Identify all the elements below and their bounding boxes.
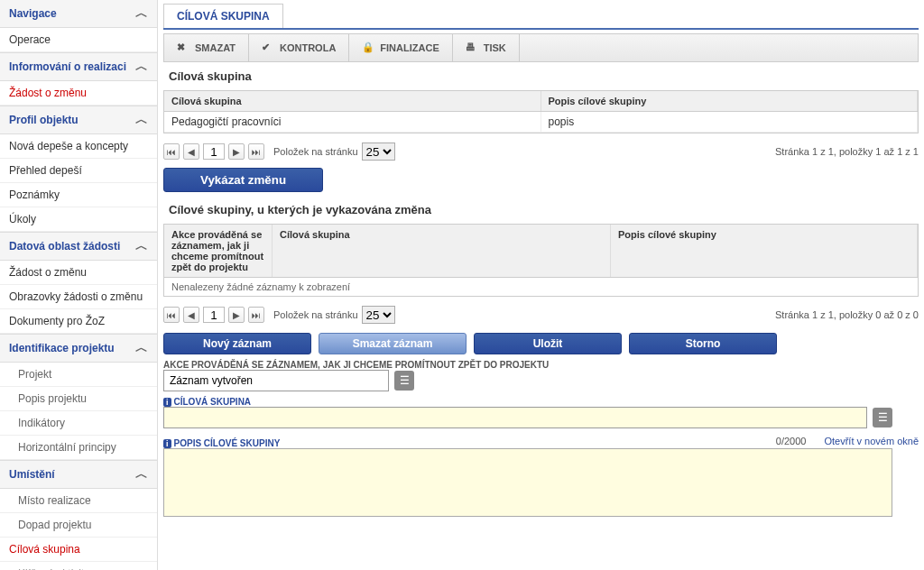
finalizace-button[interactable]: 🔒 FINALIZACE (349, 34, 452, 61)
main: CÍLOVÁ SKUPINA ✖ SMAZAT ✔ KONTROLA 🔒 FIN… (158, 0, 924, 570)
sidebar-item-cilova-skupina[interactable]: Cílová skupina (0, 538, 157, 562)
sidebar-item-horizontalni[interactable]: Horizontální principy (0, 436, 157, 460)
label: Profil objektu (9, 114, 79, 126)
sidebar-item-misto-realizace[interactable]: Místo realizace (0, 489, 157, 513)
cell-b: popis (541, 112, 919, 132)
label: KONTROLA (280, 42, 336, 53)
chevron-up-icon: ︿ (135, 340, 148, 356)
chevron-up-icon: ︿ (135, 5, 148, 22)
chevron-up-icon: ︿ (135, 238, 148, 254)
sidebar-header-navigace[interactable]: Navigace ︿ (0, 0, 157, 28)
grid-cilova-skupina: Cílová skupina Popis cílové skupiny Peda… (163, 90, 919, 133)
cell-a: Pedagogičtí pracovníci (164, 112, 541, 132)
last-page-icon[interactable]: ⏭ (248, 307, 264, 323)
next-page-icon[interactable]: ▶ (228, 307, 245, 323)
label: Navigace (9, 7, 57, 20)
novy-zaznam-button[interactable]: Nový záznam (163, 333, 311, 354)
sidebar-header-umisteni[interactable]: Umístění ︿ (0, 461, 157, 489)
popis-label: POPIS CÍLOVÉ SKUPINY (163, 438, 776, 448)
delete-icon: ✖ (177, 41, 189, 54)
sidebar-item-ukoly[interactable]: Úkoly (0, 207, 157, 232)
table-row[interactable]: Pedagogičtí pracovníci popis (164, 112, 918, 133)
check-icon: ✔ (262, 41, 274, 54)
akce-label: AKCE PROVÁDĚNÁ SE ZÁZNAMEM, JAK JI CHCEM… (163, 360, 919, 370)
open-new-window-link[interactable]: Otevřít v novém okně (824, 436, 919, 446)
smazat-zaznam-button[interactable]: Smazat záznam (319, 333, 467, 354)
tab-strip: CÍLOVÁ SKUPINA (163, 4, 919, 30)
print-icon: 🖶 (466, 41, 478, 54)
char-counter: 0/2000 (776, 436, 807, 446)
toolbar: ✖ SMAZAT ✔ KONTROLA 🔒 FINALIZACE 🖶 TISK (163, 33, 919, 62)
tisk-button[interactable]: 🖶 TISK (453, 34, 520, 61)
list-picker-icon[interactable]: ☰ (394, 371, 414, 391)
label: Identifikace projektu (9, 342, 115, 354)
sidebar-header-profil[interactable]: Profil objektu ︿ (0, 106, 157, 134)
sidebar-header-informovani[interactable]: Informování o realizaci ︿ (0, 53, 157, 81)
label: FINALIZACE (380, 42, 439, 53)
smazat-button[interactable]: ✖ SMAZAT (164, 34, 249, 61)
cilova-label: CÍLOVÁ SKUPINA (163, 397, 919, 407)
kontrola-button[interactable]: ✔ KONTROLA (249, 34, 349, 61)
label: TISK (484, 42, 506, 53)
ulozit-button[interactable]: Uložit (474, 333, 622, 354)
cilova-skupina-input[interactable] (163, 407, 867, 428)
action-button-row: Nový záznam Smazat záznam Uložit Storno (163, 333, 777, 354)
per-page-label: Položek na stránku (273, 146, 358, 157)
pager-2: ⏮ ◀ ▶ ⏭ Položek na stránku 25 Stránka 1 … (163, 302, 919, 327)
sidebar-item-dokumenty[interactable]: Dokumenty pro ŽoZ (0, 309, 157, 334)
sidebar-item-klicove-aktivity[interactable]: Klíčové aktivity (0, 562, 157, 570)
sidebar-header-datova[interactable]: Datová oblast žádosti ︿ (0, 233, 157, 261)
chevron-up-icon: ︿ (135, 112, 148, 128)
prev-page-icon[interactable]: ◀ (183, 143, 199, 160)
sidebar-item-dopad-projektu[interactable]: Dopad projektu (0, 513, 157, 538)
sidebar-item-zadost-o-zmenu[interactable]: Žádost o změnu (0, 261, 157, 285)
page-input[interactable] (203, 307, 225, 323)
tab-cilova-skupina[interactable]: CÍLOVÁ SKUPINA (163, 4, 283, 28)
sidebar-item-zadost-o-zmenu-top[interactable]: Žádost o změnu (0, 81, 157, 106)
pager-1: ⏮ ◀ ▶ ⏭ Položek na stránku 25 Stránka 1 … (163, 139, 919, 164)
label: Umístění (9, 468, 55, 481)
last-page-icon[interactable]: ⏭ (248, 143, 264, 160)
label: SMAZAT (195, 42, 236, 53)
sidebar-item-poznamky[interactable]: Poznámky (0, 183, 157, 207)
per-page-label: Položek na stránku (273, 309, 358, 320)
sidebar-item-obrazovky[interactable]: Obrazovky žádosti o změnu (0, 285, 157, 309)
col-akce[interactable]: Akce prováděná se záznamem, jak ji chcem… (164, 225, 273, 277)
section-title-2: Cílové skupiny, u kterých je vykazována … (163, 196, 919, 224)
sidebar-item-operace[interactable]: Operace (0, 28, 157, 52)
storno-button[interactable]: Storno (629, 333, 777, 354)
sidebar: Navigace ︿ Operace Informování o realiza… (0, 0, 158, 570)
pager-info: Stránka 1 z 1, položky 0 až 0 z 0 (775, 309, 919, 320)
sidebar-item-nova-depese[interactable]: Nová depeše a koncepty (0, 134, 157, 159)
akce-input[interactable] (163, 370, 389, 391)
col-popis[interactable]: Popis cílové skupiny (541, 91, 919, 111)
pager-info: Stránka 1 z 1, položky 1 až 1 z 1 (775, 146, 919, 157)
sidebar-item-prehled-depesi[interactable]: Přehled depeší (0, 159, 157, 183)
first-page-icon[interactable]: ⏮ (163, 143, 180, 160)
per-page-select[interactable]: 25 (362, 306, 395, 324)
list-picker-icon[interactable]: ☰ (873, 408, 892, 428)
label: Datová oblast žádosti (9, 240, 120, 253)
vykazat-zmenu-button[interactable]: Vykázat změnu (163, 168, 323, 192)
sidebar-item-indikatory[interactable]: Indikátory (0, 411, 157, 436)
sidebar-item-projekt[interactable]: Projekt (0, 363, 157, 387)
col-cilova-skupina[interactable]: Cílová skupina (164, 91, 541, 111)
col-cilova[interactable]: Cílová skupina (273, 225, 611, 277)
section-title-1: Cílová skupina (163, 62, 919, 90)
page-input[interactable] (203, 143, 225, 160)
prev-page-icon[interactable]: ◀ (183, 307, 199, 323)
next-page-icon[interactable]: ▶ (228, 143, 245, 160)
grid-zmeny: Akce prováděná se záznamem, jak ji chcem… (163, 224, 919, 297)
popis-textarea[interactable] (163, 448, 892, 517)
lock-icon: 🔒 (362, 41, 374, 54)
label: Informování o realizaci (9, 60, 126, 73)
chevron-up-icon: ︿ (135, 59, 148, 75)
col-popis[interactable]: Popis cílové skupiny (611, 225, 918, 277)
per-page-select[interactable]: 25 (362, 142, 395, 161)
sidebar-header-identifikace[interactable]: Identifikace projektu ︿ (0, 335, 157, 363)
first-page-icon[interactable]: ⏮ (163, 307, 180, 323)
sidebar-item-popis-projektu[interactable]: Popis projektu (0, 387, 157, 411)
chevron-up-icon: ︿ (135, 466, 148, 483)
empty-message: Nenalezeny žádné záznamy k zobrazení (164, 278, 918, 296)
